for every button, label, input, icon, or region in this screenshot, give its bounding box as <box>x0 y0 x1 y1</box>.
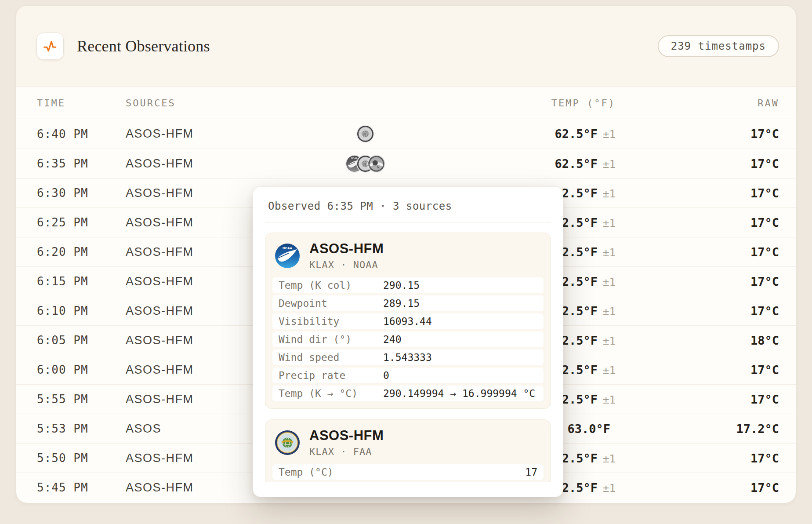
source-cell: ASOS <box>126 422 273 436</box>
raw-cell: 17°C <box>616 157 779 171</box>
popup-body: NOAA ASOS-HFM KLAX · NOAA Temp (K col)29… <box>253 222 563 482</box>
source-cell: ASOS-HFM <box>126 216 273 229</box>
field-value: 289.15 <box>383 298 537 309</box>
temp-uncertainty: ±1 <box>603 306 616 318</box>
column-header-sources: SOURCES <box>126 98 273 109</box>
raw-cell: 17°C <box>616 304 779 318</box>
faa-logo-icon <box>275 430 300 455</box>
temp-uncertainty: ±1 <box>603 188 616 200</box>
field-row: Temp (K → °C)290.149994 → 16.999994 °C <box>272 386 544 401</box>
raw-cell: 17°C <box>616 451 779 465</box>
source-cell: ASOS-HFM <box>126 186 273 200</box>
temp-value: 62.5°F <box>555 157 598 171</box>
time-cell: 5:50 PM <box>37 451 126 465</box>
temp-uncertainty: ±1 <box>603 128 616 141</box>
source-cell: ASOS-HFM <box>126 451 273 465</box>
temp-uncertainty: ±1 <box>603 482 616 495</box>
time-cell: 6:20 PM <box>37 245 126 258</box>
source-card: NOAA ASOS-HFM KLAX · NOAA Temp (K col)29… <box>265 233 551 409</box>
temp-uncertainty: ±1 <box>603 158 616 171</box>
field-value: 1.543333 <box>383 352 537 363</box>
time-cell: 5:53 PM <box>37 422 126 435</box>
field-label: Precip rate <box>279 370 383 381</box>
field-label: Temp (K col) <box>279 280 383 291</box>
source-cell: ASOS-HFM <box>126 363 273 377</box>
temp-uncertainty: ±1 <box>603 247 616 259</box>
temp-uncertainty: ±1 <box>603 453 616 465</box>
temp-value: 63.0°F <box>567 422 610 436</box>
time-cell: 6:40 PM <box>37 127 126 141</box>
time-cell: 6:35 PM <box>37 157 126 170</box>
source-cell: ASOS-HFM <box>126 275 273 288</box>
faa-logo-icon[interactable] <box>357 126 373 142</box>
table-row[interactable]: 6:35 PM ASOS-HFM NOAA 62.5°F ±1 17°C <box>16 149 796 178</box>
source-icons <box>273 126 457 142</box>
raw-cell: 17°C <box>616 481 779 495</box>
raw-cell: 17.2°C <box>616 422 779 436</box>
time-cell: 6:30 PM <box>37 186 126 200</box>
raw-cell: 17°C <box>616 363 779 377</box>
time-cell: 6:25 PM <box>37 216 126 229</box>
field-label: Visibility <box>279 316 383 327</box>
source-meta: KLAX · FAA <box>309 446 384 457</box>
field-value: 240 <box>383 334 537 345</box>
field-label: Temp (K → °C) <box>279 388 383 399</box>
time-cell: 6:00 PM <box>37 363 126 376</box>
field-value: 16093.44 <box>383 316 537 327</box>
source-name: ASOS-HFM <box>309 428 384 444</box>
temp-uncertainty: ±1 <box>603 217 616 229</box>
field-value: 290.149994 → 16.999994 °C <box>383 388 537 399</box>
field-label: Wind speed <box>279 352 383 363</box>
raw-cell: 17°C <box>616 186 779 200</box>
time-cell: 5:55 PM <box>37 393 126 406</box>
field-value: 17 <box>525 466 537 478</box>
temp-cell: 62.5°F ±1 <box>457 157 616 171</box>
raw-cell: 17°C <box>616 216 779 229</box>
field-value: 0 <box>383 370 537 381</box>
temp-uncertainty: ±1 <box>603 335 616 347</box>
svg-text:NOAA: NOAA <box>283 246 293 250</box>
temp-value: 62.5°F <box>555 127 598 141</box>
column-header-time: TIME <box>37 98 126 109</box>
source-cell: ASOS-HFM <box>126 393 273 406</box>
time-cell: 6:05 PM <box>37 334 126 347</box>
time-cell: 5:45 PM <box>37 481 126 494</box>
column-header-raw: RAW <box>616 98 779 109</box>
page: Recent Observations 239 timestamps TIME … <box>0 0 812 524</box>
field-row: Temp (K col)290.15 <box>272 277 544 293</box>
source-cell: ASOS-HFM <box>126 157 273 171</box>
source-card-header: ASOS-HFM KLAX · FAA <box>275 428 544 457</box>
observation-popup: Observed 6:35 PM · 3 sources NOAA ASOS-H… <box>253 186 563 497</box>
source-name: ASOS-HFM <box>309 241 384 257</box>
source-cell: ASOS-HFM <box>126 304 273 318</box>
field-list: Temp (K col)290.15Dewpoint289.15Visibili… <box>272 277 544 401</box>
field-label: Wind dir (°) <box>279 334 383 345</box>
field-label: Dewpoint <box>279 298 383 309</box>
raw-cell: 18°C <box>616 334 779 347</box>
raw-cell: 17°C <box>616 127 779 141</box>
time-cell: 6:10 PM <box>37 304 126 317</box>
source-cell: ASOS-HFM <box>126 334 273 347</box>
source-cell: ASOS-HFM <box>126 481 273 495</box>
raw-cell: 17°C <box>616 245 779 259</box>
field-row: Wind speed1.543333 <box>272 349 544 365</box>
temp-uncertainty: ±1 <box>603 394 616 406</box>
temp-cell: 62.5°F ±1 <box>457 127 616 141</box>
field-row: Visibility16093.44 <box>272 313 544 329</box>
table-row[interactable]: 6:40 PM ASOS-HFM 62.5°F ±1 17°C <box>16 119 796 149</box>
source-card-header: NOAA ASOS-HFM KLAX · NOAA <box>275 241 544 270</box>
source-card: ASOS-HFM KLAX · FAA Temp (°C)17Dewpoint … <box>265 419 551 482</box>
raw-cell: 17°C <box>616 393 779 406</box>
card-header: Recent Observations 239 timestamps <box>16 6 796 87</box>
field-value: 290.15 <box>383 280 537 291</box>
source-icons: NOAA <box>273 156 457 172</box>
activity-icon <box>36 33 64 60</box>
field-row: Dewpoint289.15 <box>272 295 544 311</box>
column-header-temp: TEMP (°F) <box>457 98 616 109</box>
nws-logo-icon[interactable] <box>368 156 384 172</box>
source-cell: ASOS-HFM <box>126 127 273 141</box>
field-row: Temp (°C)17 <box>272 464 544 480</box>
temp-uncertainty: ±1 <box>603 364 616 377</box>
raw-cell: 17°C <box>616 275 779 288</box>
noaa-logo-icon: NOAA <box>275 244 300 268</box>
